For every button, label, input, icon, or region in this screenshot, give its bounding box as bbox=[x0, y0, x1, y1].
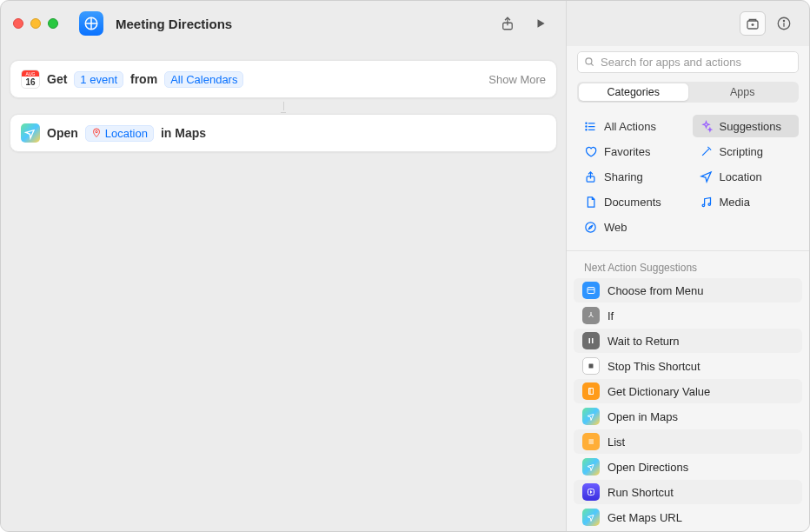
cat-media[interactable]: Media bbox=[693, 190, 800, 213]
action-text-get: Get bbox=[47, 72, 67, 86]
cat-label: Documents bbox=[604, 196, 661, 209]
svg-point-21 bbox=[586, 222, 595, 231]
svg-point-16 bbox=[586, 125, 587, 126]
wand-icon bbox=[700, 145, 713, 158]
suggestion-open-in-maps[interactable]: Open in Maps bbox=[574, 404, 802, 429]
suggestion-choose-from-menu[interactable]: Choose from Menu bbox=[574, 278, 802, 303]
svg-marker-4 bbox=[538, 19, 545, 27]
suggestion-label: Get Maps URL bbox=[608, 511, 682, 524]
location-parameter[interactable]: Location bbox=[85, 125, 154, 142]
segmented-control[interactable]: Categories Apps bbox=[577, 82, 799, 103]
cat-location[interactable]: Location bbox=[693, 165, 800, 188]
cat-label: Suggestions bbox=[720, 120, 782, 133]
music-icon bbox=[700, 196, 713, 209]
list-icon bbox=[582, 433, 600, 450]
suggestion-label: Open in Maps bbox=[608, 410, 678, 423]
svg-point-19 bbox=[702, 204, 705, 207]
suggestion-label: Wait to Return bbox=[608, 335, 680, 348]
maps-icon bbox=[21, 123, 40, 143]
suggestion-open-directions[interactable]: Open Directions bbox=[574, 455, 802, 479]
show-more-button[interactable]: Show More bbox=[488, 73, 546, 86]
shortcut-icon bbox=[79, 11, 103, 36]
cat-web[interactable]: Web bbox=[577, 216, 684, 238]
run-button[interactable] bbox=[528, 11, 554, 36]
titlebar-right bbox=[566, 1, 809, 46]
categories-grid: All Actions Suggestions Favorites Script… bbox=[567, 111, 809, 247]
cat-scripting[interactable]: Scripting bbox=[693, 140, 800, 163]
safari-icon bbox=[584, 221, 597, 234]
menu-icon bbox=[582, 282, 600, 299]
location-arrow-icon bbox=[700, 170, 713, 183]
tab-apps[interactable]: Apps bbox=[688, 83, 798, 101]
share-button[interactable] bbox=[495, 11, 521, 36]
cat-label: Sharing bbox=[604, 170, 643, 183]
search-input[interactable] bbox=[577, 51, 799, 73]
action-find-calendar-events[interactable]: AUG 16 Get 1 event from All Calendars Sh… bbox=[10, 60, 557, 98]
action-open-in-maps[interactable]: Open Location in Maps bbox=[10, 114, 557, 152]
suggestion-run-shortcut[interactable]: Run Shortcut bbox=[574, 480, 802, 504]
document-icon bbox=[584, 196, 597, 209]
suggestion-label: Run Shortcut bbox=[608, 486, 674, 499]
divider bbox=[567, 250, 809, 251]
suggestion-stop-shortcut[interactable]: Stop This Shortcut bbox=[574, 354, 802, 378]
suggestion-label: If bbox=[608, 309, 614, 323]
suggestions-list: Choose from Menu If Wait to Return Stop … bbox=[567, 277, 809, 531]
maps-icon bbox=[582, 509, 600, 526]
sparkle-icon bbox=[700, 120, 713, 133]
search-container bbox=[577, 51, 799, 73]
titlebar-left: Meeting Directions bbox=[1, 1, 566, 46]
suggestion-label: Choose from Menu bbox=[608, 284, 704, 297]
action-text-from: from bbox=[130, 72, 157, 86]
dictionary-icon bbox=[582, 382, 600, 400]
workflow-editor[interactable]: AUG 16 Get 1 event from All Calendars Sh… bbox=[1, 46, 566, 531]
cat-all-actions[interactable]: All Actions bbox=[577, 115, 684, 137]
fullscreen-window-button[interactable] bbox=[48, 18, 58, 29]
suggestion-get-dictionary-value[interactable]: Get Dictionary Value bbox=[574, 379, 802, 403]
shortcut-title[interactable]: Meeting Directions bbox=[116, 17, 232, 31]
cat-favorites[interactable]: Favorites bbox=[577, 140, 684, 163]
close-window-button[interactable] bbox=[13, 18, 23, 29]
list-icon bbox=[584, 120, 597, 133]
calendars-parameter[interactable]: All Calendars bbox=[164, 71, 243, 88]
svg-rect-26 bbox=[589, 364, 594, 369]
suggestion-label: Open Directions bbox=[608, 461, 688, 474]
action-connector bbox=[10, 102, 557, 110]
svg-rect-25 bbox=[592, 338, 594, 343]
cat-label: Scripting bbox=[720, 145, 764, 158]
maps-icon bbox=[582, 458, 600, 475]
svg-point-15 bbox=[586, 123, 587, 123]
events-parameter[interactable]: 1 event bbox=[74, 71, 123, 88]
action-text-open: Open bbox=[47, 126, 78, 140]
search-icon bbox=[583, 56, 595, 68]
suggestion-if[interactable]: If bbox=[574, 303, 802, 328]
shortcuts-editor-window: Meeting Directions AUG 16 bbox=[0, 0, 810, 532]
cat-label: Favorites bbox=[604, 145, 650, 158]
suggestion-label: Get Dictionary Value bbox=[608, 385, 710, 398]
cat-documents[interactable]: Documents bbox=[577, 190, 684, 213]
cat-sharing[interactable]: Sharing bbox=[577, 165, 684, 188]
suggestion-get-maps-url[interactable]: Get Maps URL bbox=[574, 505, 802, 529]
svg-point-10 bbox=[586, 58, 592, 64]
tab-categories[interactable]: Categories bbox=[579, 83, 688, 101]
svg-rect-22 bbox=[588, 288, 594, 294]
info-button[interactable] bbox=[771, 11, 797, 36]
stop-icon bbox=[582, 357, 600, 375]
minimize-window-button[interactable] bbox=[30, 18, 41, 29]
window-controls bbox=[13, 18, 58, 29]
heart-icon bbox=[584, 145, 597, 158]
library-button[interactable] bbox=[740, 11, 766, 36]
cat-label: Media bbox=[720, 196, 750, 209]
branch-icon bbox=[582, 307, 600, 324]
cat-label: All Actions bbox=[604, 120, 656, 133]
svg-point-8 bbox=[783, 20, 784, 21]
svg-point-9 bbox=[96, 130, 98, 133]
suggestion-label: Stop This Shortcut bbox=[608, 360, 700, 373]
calendar-icon: AUG 16 bbox=[21, 70, 40, 89]
suggestion-list[interactable]: List bbox=[574, 429, 802, 454]
cat-label: Web bbox=[604, 221, 627, 234]
cat-suggestions[interactable]: Suggestions bbox=[693, 115, 800, 137]
suggestions-header: Next Action Suggestions bbox=[567, 255, 809, 277]
action-text-in-maps: in Maps bbox=[161, 126, 206, 140]
suggestion-wait-to-return[interactable]: Wait to Return bbox=[574, 329, 802, 353]
shortcuts-icon bbox=[582, 483, 600, 501]
